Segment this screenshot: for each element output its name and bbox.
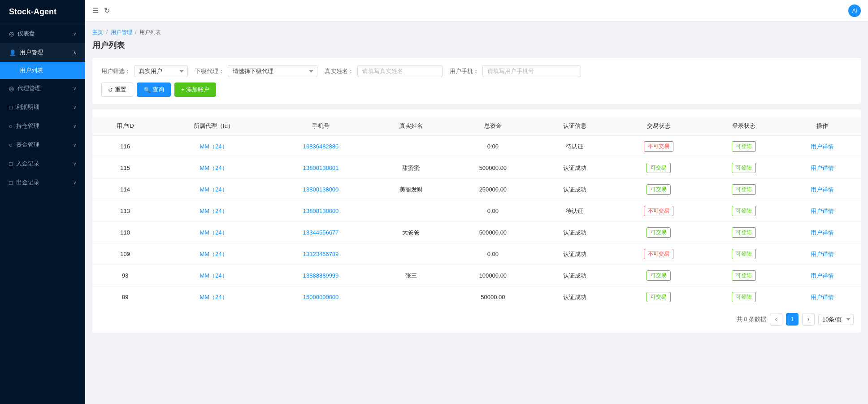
cell-real-name <box>372 200 450 222</box>
agent-link[interactable]: MM（24） <box>200 165 227 171</box>
menu-icon[interactable]: ☰ <box>92 6 99 15</box>
phone-link[interactable]: 13123456789 <box>303 251 339 257</box>
breadcrumb-home[interactable]: 主页 <box>92 29 103 35</box>
sidebar-item-agent-mgmt[interactable]: ◎ 代理管理 ∨ <box>0 79 85 98</box>
chevron-down-icon: ∨ <box>73 31 76 36</box>
cell-trade-status: 可交易 <box>613 287 704 308</box>
phone-link[interactable]: 13344556677 <box>303 229 339 236</box>
sidebar-item-user-mgmt[interactable]: 👤 用户管理 ∧ <box>0 43 85 62</box>
login-status-badge: 可登陆 <box>732 270 756 281</box>
phone-link[interactable]: 15000000000 <box>303 294 339 300</box>
user-filter-select[interactable]: 真实用户 模拟用户 全部 <box>134 65 188 77</box>
position-icon: ○ <box>9 123 13 130</box>
breadcrumb: 主页 / 用户管理 / 用户列表 <box>92 29 861 36</box>
cell-real-name <box>372 243 450 265</box>
cell-action: 用户详情 <box>783 243 861 265</box>
sidebar-item-label: 仪表盘 <box>17 30 35 38</box>
phone-link[interactable]: 13888889999 <box>303 272 339 279</box>
phone-link[interactable]: 13800138001 <box>303 165 339 171</box>
phone-input[interactable] <box>482 65 581 77</box>
withdraw-icon: □ <box>9 179 13 186</box>
cell-user-id: 110 <box>92 222 158 243</box>
phone-link[interactable]: 13800138000 <box>303 186 339 193</box>
real-name-filter-item: 真实姓名： <box>325 65 443 77</box>
sidebar-item-withdraw-record[interactable]: □ 出金记录 ∨ <box>0 173 85 192</box>
cell-login-status: 可登陆 <box>704 222 783 243</box>
breadcrumb-current: 用户列表 <box>139 29 161 35</box>
sidebar-item-user-list[interactable]: 用户列表 <box>0 62 85 79</box>
table-row: 114 MM（24） 13800138000 美丽发财 250000.00 认证… <box>92 179 861 200</box>
user-detail-link[interactable]: 用户详情 <box>811 294 834 300</box>
login-status-badge: 可登陆 <box>732 227 756 238</box>
cell-agent: MM（24） <box>158 287 269 308</box>
cell-phone: 19836482886 <box>269 136 373 157</box>
avatar[interactable]: Ai <box>848 4 861 17</box>
cell-total-funds: 0.00 <box>450 243 536 265</box>
table-row: 93 MM（24） 13888889999 张三 100000.00 认证成功 … <box>92 265 861 287</box>
chevron-down-icon: ∨ <box>73 124 76 129</box>
user-detail-link[interactable]: 用户详情 <box>811 272 834 279</box>
table-row: 110 MM（24） 13344556677 大爸爸 500000.00 认证成… <box>92 222 861 243</box>
sidebar-item-fund-mgmt[interactable]: ○ 资金管理 ∨ <box>0 135 85 154</box>
agent-link[interactable]: MM（24） <box>200 272 227 279</box>
cell-action: 用户详情 <box>783 179 861 200</box>
col-login-status: 登录状态 <box>704 117 783 136</box>
sidebar-item-deposit-record[interactable]: □ 入金记录 ∨ <box>0 154 85 173</box>
sidebar-item-label: 资金管理 <box>16 141 39 149</box>
col-total-funds: 总资金 <box>450 117 536 136</box>
topbar: ☰ ↻ Ai <box>85 0 868 22</box>
prev-page-button[interactable]: ‹ <box>770 313 782 326</box>
content-area: 主页 / 用户管理 / 用户列表 用户列表 用户筛选： 真实用户 模拟用户 全部 <box>85 22 868 404</box>
cell-trade-status: 不可交易 <box>613 243 704 265</box>
agent-link[interactable]: MM（24） <box>200 251 227 257</box>
cell-real-name <box>372 287 450 308</box>
add-account-button[interactable]: + 添加账户 <box>174 83 216 97</box>
refresh-icon[interactable]: ↻ <box>104 6 110 15</box>
chevron-down-icon: ∨ <box>73 161 76 166</box>
cell-login-status: 可登陆 <box>704 157 783 179</box>
cell-login-status: 可登陆 <box>704 200 783 222</box>
user-table: 用户ID 所属代理（Id） 手机号 真实姓名 总资金 认证信息 交易状态 登录状… <box>92 117 861 308</box>
user-detail-link[interactable]: 用户详情 <box>811 165 834 171</box>
cell-action: 用户详情 <box>783 200 861 222</box>
sidebar-item-label: 用户管理 <box>20 48 43 56</box>
cell-real-name: 张三 <box>372 265 450 287</box>
reset-button[interactable]: ↺ 重置 <box>101 83 133 97</box>
agent-link[interactable]: MM（24） <box>200 143 227 150</box>
dashboard-icon: ◎ <box>9 30 14 37</box>
breadcrumb-user-mgmt[interactable]: 用户管理 <box>111 29 132 35</box>
trade-status-badge: 可交易 <box>647 184 671 195</box>
agent-link[interactable]: MM（24） <box>200 294 227 300</box>
cell-real-name <box>372 136 450 157</box>
user-detail-link[interactable]: 用户详情 <box>811 208 834 214</box>
cell-phone: 15000000000 <box>269 287 373 308</box>
page-1-button[interactable]: 1 <box>786 313 799 326</box>
filter-card: 用户筛选： 真实用户 模拟用户 全部 下级代理： 请选择下级代理 真实姓名： <box>92 58 861 104</box>
sidebar-item-profit-detail[interactable]: □ 利润明细 ∨ <box>0 98 85 117</box>
sidebar-item-position-mgmt[interactable]: ○ 持仓管理 ∨ <box>0 117 85 135</box>
cell-agent: MM（24） <box>158 200 269 222</box>
phone-link[interactable]: 13808138000 <box>303 208 339 214</box>
agent-filter-select[interactable]: 请选择下级代理 <box>228 65 317 77</box>
user-detail-link[interactable]: 用户详情 <box>811 143 834 150</box>
agent-link[interactable]: MM（24） <box>200 208 227 214</box>
cell-agent: MM（24） <box>158 179 269 200</box>
user-detail-link[interactable]: 用户详情 <box>811 229 834 236</box>
agent-filter-item: 下级代理： 请选择下级代理 <box>195 65 317 77</box>
next-page-button[interactable]: › <box>802 313 815 326</box>
search-button[interactable]: 🔍 查询 <box>137 83 171 97</box>
agent-link[interactable]: MM（24） <box>200 229 227 236</box>
agent-link[interactable]: MM（24） <box>200 186 227 193</box>
page-size-select[interactable]: 10条/页 20条/页 50条/页 <box>818 314 854 325</box>
app-logo: Stock-Agent <box>0 0 85 24</box>
user-detail-link[interactable]: 用户详情 <box>811 186 834 193</box>
phone-link[interactable]: 19836482886 <box>303 143 339 150</box>
user-detail-link[interactable]: 用户详情 <box>811 251 834 257</box>
cell-total-funds: 0.00 <box>450 200 536 222</box>
table-card: 用户ID 所属代理（Id） 手机号 真实姓名 总资金 认证信息 交易状态 登录状… <box>92 109 861 333</box>
sidebar-item-dashboard[interactable]: ◎ 仪表盘 ∨ <box>0 24 85 43</box>
col-phone: 手机号 <box>269 117 373 136</box>
cell-total-funds: 0.00 <box>450 136 536 157</box>
cell-auth-info: 认证成功 <box>536 157 614 179</box>
real-name-input[interactable] <box>357 65 443 77</box>
